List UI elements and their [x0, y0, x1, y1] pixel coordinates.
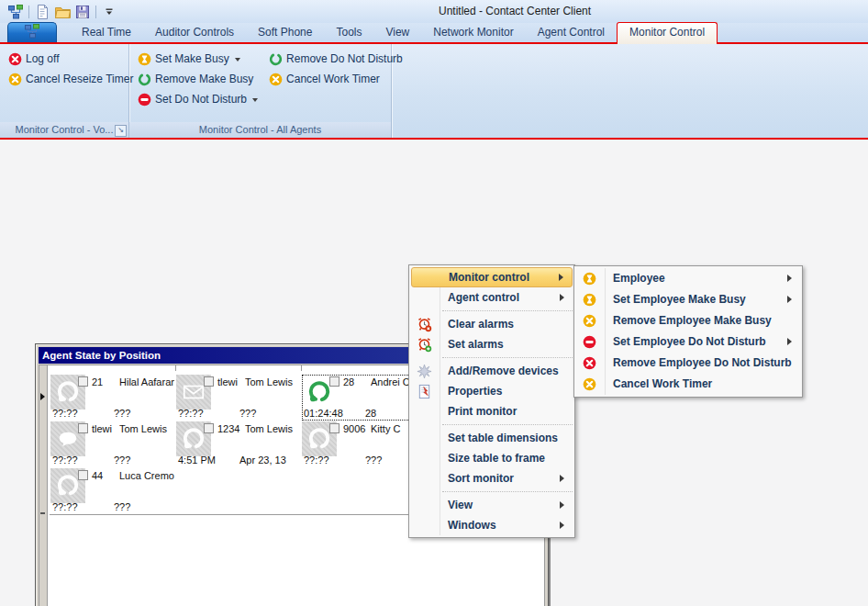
agent-cell-1234-tom-lewis[interactable]: 1234Tom Lewis4:51 PMApr 23, 13	[175, 421, 302, 468]
agent-checkbox[interactable]	[78, 470, 88, 480]
agent-checkbox[interactable]	[204, 423, 214, 433]
circle-yellow-x-icon	[582, 376, 597, 392]
agent-state-value: ???	[114, 501, 130, 512]
tab-agent-control[interactable]: Agent Control	[526, 23, 617, 42]
agent-state-value: ???	[114, 454, 130, 466]
properties-icon	[417, 384, 432, 399]
menu-item-cancel-work-timer[interactable]: Cancel Work Timer	[574, 374, 802, 395]
menu-separator	[442, 424, 573, 425]
menu-item-label: View	[448, 499, 473, 511]
ribbon-group-label-text: Monitor Control - Vo...	[16, 124, 114, 135]
cancel-work-timer-button[interactable]: Cancel Work Timer	[265, 69, 406, 89]
qat-customize-icon[interactable]	[99, 3, 119, 21]
column-tick	[301, 365, 302, 371]
menu-item-set-alarms[interactable]: Set alarms	[409, 334, 574, 354]
tab-soft-phone[interactable]: Soft Phone	[246, 23, 324, 42]
toolbar-separator	[28, 6, 29, 18]
agent-checkbox[interactable]	[78, 423, 88, 433]
agent-cell-44-luca-cremor[interactable]: 44Luca Cremor??:?????	[50, 467, 176, 515]
agent-cell-21-hilal-aafaran[interactable]: 21Hilal Aafaran??:?????	[50, 374, 176, 421]
button-label: Cancel Reseize Timer	[26, 73, 133, 85]
set-make-busy-button[interactable]: Set Make Busy	[134, 49, 262, 69]
menu-item-remove-employee-make-busy[interactable]: Remove Employee Make Busy	[574, 310, 802, 331]
menu-item-size-table-to-frame[interactable]: Size table to frame	[409, 448, 574, 468]
agent-cell-empty[interactable]	[175, 467, 302, 515]
tab-monitor-control[interactable]: Monitor Control	[617, 22, 718, 44]
button-label: Set Do Not Disturb	[155, 93, 247, 106]
agent-checkbox[interactable]	[78, 376, 88, 387]
agent-cell-tlewi-tom-lewis[interactable]: tlewiTom Lewis??:?????	[175, 374, 302, 421]
tab-network-monitor[interactable]: Network Monitor	[421, 23, 525, 42]
menu-item-label: Print monitor	[448, 405, 517, 418]
current-row-marker	[40, 393, 49, 400]
menu-item-label: Sort monitor	[448, 472, 514, 485]
open-folder-icon[interactable]	[52, 3, 72, 21]
log-off-button[interactable]: Log off	[5, 49, 137, 69]
menu-item-remove-employee-do-not-disturb[interactable]: Remove Employee Do Not Disturb	[574, 353, 802, 374]
agent-checkbox[interactable]	[204, 376, 214, 387]
quick-access-toolbar: Untitled - Contact Center Client	[0, 0, 868, 23]
menu-item-properties[interactable]: Properties	[409, 381, 574, 401]
agent-id: tlewi	[217, 376, 238, 387]
tab-auditor-controls[interactable]: Auditor Controls	[143, 23, 246, 42]
submenu-arrow-icon	[559, 274, 567, 281]
menu-item-view[interactable]: View	[409, 495, 574, 515]
ring-green-icon	[269, 52, 283, 66]
agent-checkbox[interactable]	[329, 376, 339, 387]
ribbon-column: Remove Do Not DisturbCancel Work Timer	[265, 49, 406, 122]
agent-cell-tlewi-tom-lewis[interactable]: tlewiTom Lewis??:?????	[50, 421, 176, 468]
new-document-icon[interactable]	[32, 3, 52, 21]
menu-item-label: Employee	[613, 272, 665, 285]
menu-item-employee[interactable]: Employee	[574, 268, 802, 289]
ribbon-group-body: Set Make BusyRemove Make BusySet Do Not …	[129, 44, 391, 122]
save-icon[interactable]	[72, 3, 93, 21]
application-menu-button[interactable]	[7, 22, 57, 42]
tab-view[interactable]: View	[373, 23, 421, 42]
menu-item-label: Set Employee Make Busy	[613, 293, 746, 306]
menu-item-set-employee-do-not-disturb[interactable]: Set Employee Do Not Disturb	[574, 331, 802, 353]
circle-yellow-x-icon	[8, 73, 22, 86]
submenu-arrow-icon	[560, 522, 568, 529]
menu-item-set-table-dimensions[interactable]: Set table dimensions	[409, 428, 574, 448]
tab-real-time[interactable]: Real Time	[70, 23, 143, 42]
set-do-not-disturb-button[interactable]: Set Do Not Disturb	[134, 89, 262, 109]
app-logo-icon[interactable]	[6, 3, 26, 21]
button-label: Remove Make Busy	[155, 73, 253, 85]
agent-state-time: ??:??	[304, 454, 329, 466]
remove-make-busy-button[interactable]: Remove Make Busy	[134, 69, 262, 89]
menu-item-label: Set Employee Do Not Disturb	[613, 335, 766, 348]
menu-item-add-remove-devices[interactable]: Add/Remove devices	[409, 361, 574, 381]
button-label: Log off	[26, 52, 59, 65]
alarm-clear-icon	[417, 317, 432, 332]
menu-item-sort-monitor[interactable]: Sort monitor	[409, 468, 574, 488]
menu-item-agent-control[interactable]: Agent control	[409, 287, 574, 308]
menu-item-set-employee-make-busy[interactable]: Set Employee Make Busy	[574, 289, 802, 310]
menu-separator	[442, 357, 573, 358]
envelope-icon	[181, 379, 206, 405]
submenu-arrow-icon	[787, 296, 796, 303]
window-title: Untitled - Contact Center Client	[439, 5, 591, 17]
ribbon-group-monitor-control-all-agents: Set Make BusyRemove Make BusySet Do Not …	[129, 44, 392, 138]
ribbon-group-label: Monitor Control - All Agents	[129, 122, 391, 138]
agent-name: Tom Lewis	[119, 423, 174, 434]
agent-state-value: ???	[114, 408, 130, 419]
ribbon-group-monitor-control-vo: Log offCancel Reseize TimerMonitor Contr…	[0, 44, 129, 138]
agent-state-time: 01:24:48	[304, 408, 343, 419]
circle-red-x-icon	[8, 52, 22, 66]
tab-tools[interactable]: Tools	[324, 23, 373, 42]
agent-state-value: ???	[239, 408, 256, 419]
menu-item-print-monitor[interactable]: Print monitor	[409, 401, 574, 421]
submenu-arrow-icon	[787, 275, 796, 282]
menu-item-monitor-control[interactable]: Monitor control	[411, 267, 573, 287]
cancel-reseize-timer-button[interactable]: Cancel Reseize Timer	[5, 69, 137, 89]
agent-state-value: 28	[365, 408, 376, 419]
agent-checkbox[interactable]	[329, 423, 339, 433]
ring-green-icon	[138, 73, 151, 86]
menu-item-clear-alarms[interactable]: Clear alarms	[409, 314, 574, 334]
submenu-arrow-icon	[560, 294, 568, 301]
monitor-control-submenu: EmployeeSet Employee Make BusyRemove Emp…	[573, 265, 803, 398]
remove-do-not-disturb-button[interactable]: Remove Do Not Disturb	[265, 49, 406, 69]
menu-item-windows[interactable]: Windows	[409, 515, 574, 535]
dialog-launcher-icon[interactable]: ↘	[115, 125, 127, 137]
toolbar-separator	[95, 6, 96, 18]
